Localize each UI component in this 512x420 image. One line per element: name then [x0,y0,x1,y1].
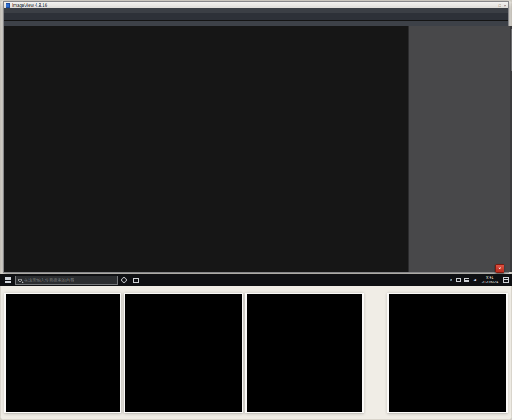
windows-taskbar: ∧ ◄ 9:41 2020/6/24 [0,274,512,286]
strip-image-dapi [4,293,121,413]
app-window: ImageView 4.8.16 — □ × [3,1,509,273]
next-chevron-icon [366,333,385,372]
tray-volume-icon[interactable]: ◄ [473,277,477,283]
tray-display-icon[interactable] [456,278,461,282]
window-body [4,26,508,272]
channel-thumbnail-column [328,26,407,272]
document-tab-strip [4,21,508,26]
taskbar-search[interactable] [15,276,118,285]
app-icon [6,4,10,8]
screenshot-page: ImageView 4.8.16 — □ × × [0,0,512,420]
window-title: ImageView 4.8.16 [12,3,47,7]
close-button[interactable]: × [504,3,506,8]
search-icon [18,279,22,282]
cortana-icon[interactable] [118,274,130,286]
toolbar [4,13,508,20]
control-panel [408,26,510,272]
floating-close-button[interactable]: × [495,264,504,273]
strip-image-fitc [124,293,243,413]
main-image-viewport[interactable] [6,26,327,272]
tray-chevron-icon[interactable]: ∧ [450,277,452,283]
windows-logo-icon [5,277,11,283]
menu-bar [4,8,508,13]
task-view-icon[interactable] [130,274,141,286]
maximize-button[interactable]: □ [499,3,501,8]
tray-date: 2020/6/24 [482,280,499,284]
start-button[interactable] [0,274,15,286]
title-bar[interactable]: ImageView 4.8.16 — □ × [4,2,508,8]
search-input[interactable] [24,278,115,282]
tray-clock[interactable]: 9:41 2020/6/24 [482,276,499,285]
strip-image-merged [387,293,508,413]
system-tray: ∧ ◄ 9:41 2020/6/24 [450,275,512,285]
action-center-icon[interactable] [503,277,509,283]
tray-network-icon[interactable] [464,278,469,282]
strip-image-tritc [245,293,364,413]
minimize-button[interactable]: — [492,3,496,8]
